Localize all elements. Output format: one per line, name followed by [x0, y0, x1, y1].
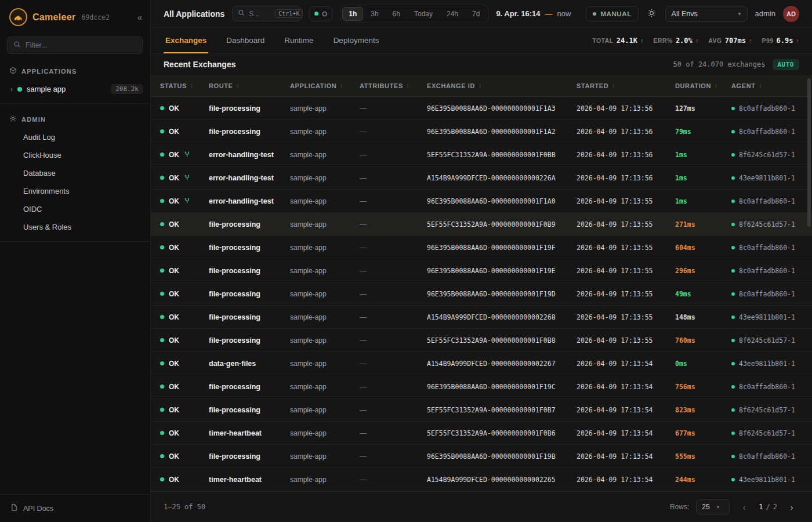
agent-cell: 8c0affadb860-1: [731, 290, 806, 298]
tab[interactable]: Exchanges: [164, 28, 208, 53]
scrollbar-thumb[interactable]: [807, 78, 811, 227]
admin-menu-item[interactable]: ClickHouse: [0, 146, 150, 164]
sort-icon: ↕: [190, 82, 194, 89]
started-cell: 2026-04-09 17:13:55: [577, 220, 675, 229]
table-row[interactable]: OK file-processing sample-app — 96E395B0…: [151, 236, 812, 259]
started-cell: 2026-04-09 17:13:54: [577, 360, 675, 368]
column-header[interactable]: EXCHANGE ID ↕: [427, 82, 577, 89]
table-row[interactable]: OK timer-heartbeat sample-app — 5EF55FC3…: [151, 422, 812, 445]
table-row[interactable]: OK file-processing sample-app — 96E395B0…: [151, 97, 812, 120]
agent-cell: 8c0affadb860-1: [731, 197, 806, 205]
attributes-cell: —: [360, 452, 427, 461]
next-page-button[interactable]: ›: [784, 499, 799, 514]
theme-toggle-button[interactable]: [646, 6, 658, 22]
started-cell: 2026-04-09 17:13:55: [577, 313, 675, 321]
agent-cell: 8c0affadb860-1: [731, 128, 806, 136]
attributes-cell: —: [360, 313, 427, 321]
auto-refresh-badge[interactable]: AUTO: [773, 59, 800, 70]
application-cell: sample-app: [290, 360, 360, 368]
table-header-right: 50 of 24.070 exchanges AUTO: [673, 59, 799, 70]
table-row[interactable]: OK file-processing sample-app — 5EF55FC3…: [151, 398, 812, 422]
tab[interactable]: Dashboard: [224, 28, 266, 53]
exchanges-content: Recent Exchanges 50 of 24.070 exchanges …: [151, 54, 812, 491]
table-row[interactable]: OK file-processing sample-app — A154B9A9…: [151, 306, 812, 329]
table-row[interactable]: OK file-processing sample-app — 96E395B0…: [151, 120, 812, 143]
status-cell: OK: [160, 128, 209, 136]
sort-icon: ↕: [715, 82, 718, 89]
table-row[interactable]: OK file-processing sample-app — 96E395B0…: [151, 282, 812, 306]
table-row[interactable]: OK data-gen-files sample-app — A154B9A99…: [151, 352, 812, 375]
tabs-bar: ExchangesDashboardRuntimeDeployments TOT…: [151, 28, 812, 54]
started-cell: 2026-04-09 17:13:56: [577, 104, 675, 113]
status-dot: [160, 385, 164, 389]
table-row[interactable]: OK file-processing sample-app — 96E395B0…: [151, 375, 812, 398]
column-header[interactable]: STARTED ↕: [577, 82, 675, 89]
column-header[interactable]: STATUS ↕: [160, 82, 209, 89]
application-cell: sample-app: [290, 313, 360, 321]
page-title: All Applications: [164, 9, 224, 19]
status-label: OK: [169, 429, 179, 437]
started-cell: 2026-04-09 17:13:56: [577, 174, 675, 182]
admin-menu-item[interactable]: Database: [0, 164, 150, 182]
api-docs-link[interactable]: API Docs: [0, 494, 150, 522]
table-row[interactable]: OK file-processing sample-app — 96E395B0…: [151, 445, 812, 468]
time-range-button[interactable]: 7d: [466, 7, 486, 21]
time-range-label: 6h: [393, 10, 400, 18]
manual-refresh-toggle[interactable]: MANUAL: [586, 6, 638, 21]
environment-select[interactable]: All Envs ▾: [665, 6, 748, 22]
tab[interactable]: Runtime: [282, 28, 315, 53]
column-header[interactable]: DURATION ↕: [675, 82, 731, 89]
exchange-id-cell: 5EF55FC31352A9A-000000000001F0B6: [427, 429, 577, 437]
column-header[interactable]: ATTRIBUTES ↕: [360, 82, 427, 89]
filter-input[interactable]: [26, 41, 137, 49]
admin-menu-item[interactable]: Users & Roles: [0, 218, 150, 236]
sidebar-collapse-button[interactable]: «: [137, 12, 142, 22]
time-range-label: 3h: [371, 10, 378, 18]
admin-menu-item[interactable]: OIDC: [0, 200, 150, 218]
time-range-button[interactable]: Today: [408, 7, 439, 21]
search-icon: [13, 41, 21, 50]
status-label: OK: [169, 313, 179, 321]
table-row[interactable]: OK error-handling-test sample-app — 5EF5…: [151, 143, 812, 166]
agent-cell: 43ee9811b801-1: [731, 360, 806, 368]
tab[interactable]: Deployments: [332, 28, 381, 53]
rows-per-page-select[interactable]: 25 ▾: [696, 499, 730, 514]
table-row[interactable]: OK error-handling-test sample-app — 96E3…: [151, 190, 812, 213]
table-row[interactable]: OK timer-heartbeat sample-app — A154B9A9…: [151, 468, 812, 491]
time-range-button[interactable]: 24h: [440, 7, 465, 21]
agent-cell: 8f6245c61d57-1: [731, 429, 806, 437]
column-header-label: STARTED: [577, 82, 608, 89]
column-header[interactable]: AGENT ↕: [731, 82, 806, 89]
table-row[interactable]: OK file-processing sample-app — 5EF55FC3…: [151, 329, 812, 352]
admin-menu-item[interactable]: Environments: [0, 182, 150, 200]
status-cell: OK: [160, 476, 209, 484]
route-cell: file-processing: [209, 313, 290, 321]
avatar[interactable]: AD: [783, 6, 799, 22]
agent-id-label: 8f6245c61d57-1: [739, 220, 795, 229]
table-row[interactable]: OK error-handling-test sample-app — A154…: [151, 166, 812, 190]
column-header[interactable]: ROUTE ↕: [209, 82, 290, 89]
time-range-button[interactable]: 3h: [364, 7, 385, 21]
time-range-button[interactable]: 6h: [386, 7, 407, 21]
status-label: OK: [169, 267, 179, 275]
started-cell: 2026-04-09 17:13:56: [577, 151, 675, 159]
status-dot: [160, 454, 164, 458]
time-range-button[interactable]: 1h: [342, 7, 363, 21]
duration-cell: 127ms: [675, 104, 731, 113]
table-row[interactable]: OK file-processing sample-app — 5EF55FC3…: [151, 213, 812, 236]
agent-status-dot: [731, 176, 735, 180]
agent-cell: 43ee9811b801-1: [731, 476, 806, 484]
attributes-cell: —: [360, 429, 427, 437]
global-search-input[interactable]: [249, 10, 271, 18]
date-range-display[interactable]: 9. Apr. 16:14 — now: [496, 9, 571, 18]
duration-cell: 555ms: [675, 452, 731, 461]
agent-id-label: 8f6245c61d57-1: [739, 429, 795, 437]
status-label: OK: [169, 383, 179, 391]
table-row[interactable]: OK file-processing sample-app — 96E395B0…: [151, 259, 812, 282]
column-header[interactable]: APPLICATION ↕: [290, 82, 360, 89]
admin-menu-item[interactable]: Audit Log: [0, 128, 150, 146]
stat-value: 707ms: [725, 37, 746, 45]
sidebar-item-sample-app[interactable]: › sample app 208.2k: [0, 80, 150, 98]
previous-page-button[interactable]: ‹: [737, 499, 752, 514]
online-status-chip[interactable]: O: [309, 6, 332, 21]
